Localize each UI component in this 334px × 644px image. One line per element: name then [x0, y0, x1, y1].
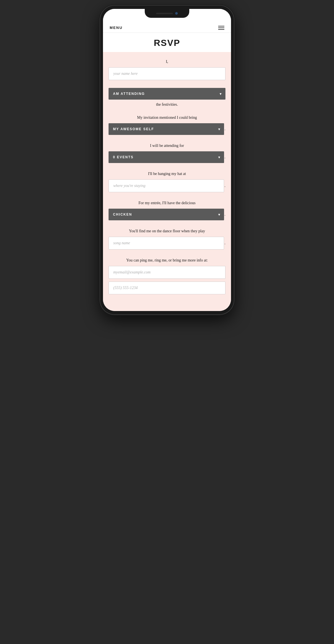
intro-label: I,: [109, 59, 225, 65]
entree-row: CHICKEN BEEF VEGETARIAN FISH .: [109, 209, 225, 220]
attending-section: AM ATTENDING AM NOT ATTENDING the festiv…: [109, 88, 225, 107]
hamburger-line-1: [218, 26, 224, 26]
dance-label: You'll find me on the dance floor when t…: [109, 228, 225, 234]
name-section: I,: [109, 59, 225, 80]
notch-area: [103, 9, 231, 23]
guests-period: .: [225, 127, 226, 131]
email-input[interactable]: [109, 266, 225, 279]
menu-label[interactable]: MENU: [110, 26, 122, 30]
speaker: [156, 13, 173, 14]
hotel-section: I'll be hanging my hat at .: [109, 171, 225, 192]
events-select-wrapper: 0 EVENTS 1 EVENT 2 EVENTS 3 EVENTS: [109, 151, 224, 163]
phone-input[interactable]: [109, 282, 225, 294]
guests-row: MY AWESOME SELF MY AWESOME SELF + 1 MY A…: [109, 123, 225, 135]
hamburger-line-2: [218, 28, 224, 28]
page-title: RSVP: [103, 38, 231, 48]
dance-input[interactable]: [109, 237, 224, 250]
hotel-label: I'll be hanging my hat at: [109, 171, 225, 177]
contact-section: You can ping me, ring me, or bring me mo…: [109, 257, 225, 294]
form-container: I, AM ATTENDING AM NOT ATTENDING the fes…: [103, 52, 231, 311]
contact-label: You can ping me, ring me, or bring me mo…: [109, 257, 225, 263]
entree-select-wrapper: CHICKEN BEEF VEGETARIAN FISH: [109, 209, 224, 220]
attending-select[interactable]: AM ATTENDING AM NOT ATTENDING: [109, 88, 225, 100]
dance-section: You'll find me on the dance floor when t…: [109, 228, 225, 250]
hamburger-line-3: [218, 29, 224, 30]
entree-period: .: [225, 212, 226, 217]
hotel-input[interactable]: [109, 179, 224, 192]
events-section: I will be attending for 0 EVENTS 1 EVENT…: [109, 143, 225, 163]
entree-label: For my entrée, I'll have the delicious: [109, 200, 225, 206]
dance-row: .: [109, 237, 225, 250]
hamburger-icon[interactable]: [218, 26, 224, 30]
events-row: 0 EVENTS 1 EVENT 2 EVENTS 3 EVENTS .: [109, 151, 225, 163]
attending-select-wrapper: AM ATTENDING AM NOT ATTENDING: [109, 88, 225, 100]
attending-row: AM ATTENDING AM NOT ATTENDING: [109, 88, 225, 100]
events-select[interactable]: 0 EVENTS 1 EVENT 2 EVENTS 3 EVENTS: [109, 151, 224, 163]
notch: [145, 9, 189, 18]
entree-section: For my entrée, I'll have the delicious C…: [109, 200, 225, 220]
invitation-label: My invitation mentioned I could bring: [109, 115, 225, 120]
events-period: .: [225, 155, 226, 159]
phone-screen: MENU RSVP I, AM ATTE: [103, 9, 231, 311]
guests-select-wrapper: MY AWESOME SELF MY AWESOME SELF + 1 MY A…: [109, 123, 224, 135]
events-label: I will be attending for: [109, 143, 225, 149]
guests-select[interactable]: MY AWESOME SELF MY AWESOME SELF + 1 MY A…: [109, 123, 224, 135]
hotel-period: .: [225, 184, 226, 188]
nav-bar: MENU: [103, 23, 231, 33]
festivities-text: the festivities.: [109, 102, 225, 107]
dance-period: .: [225, 241, 226, 245]
guests-section: My invitation mentioned I could bring MY…: [109, 115, 225, 135]
hotel-row: .: [109, 179, 225, 192]
name-input[interactable]: [109, 67, 225, 80]
phone-frame: MENU RSVP I, AM ATTE: [100, 6, 234, 314]
page-title-area: RSVP: [103, 33, 231, 52]
camera: [175, 12, 178, 15]
entree-select[interactable]: CHICKEN BEEF VEGETARIAN FISH: [109, 209, 224, 220]
